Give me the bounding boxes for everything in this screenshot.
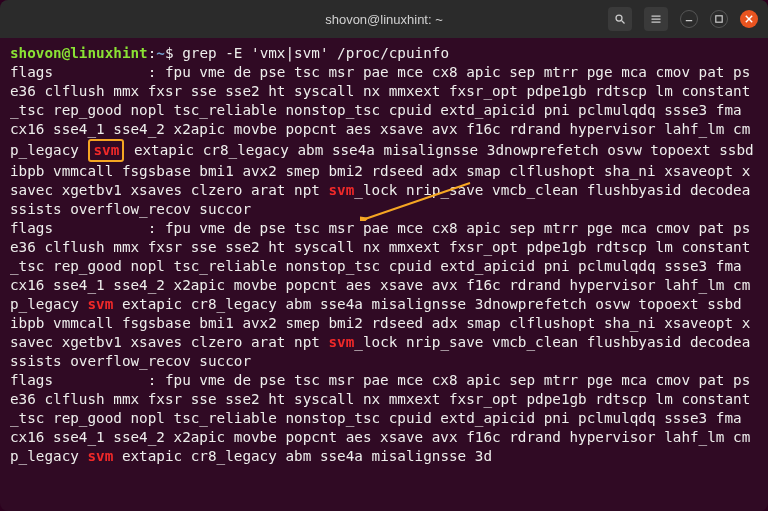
titlebar: shovon@linuxhint: ~: [0, 0, 768, 38]
output-block-1-prefix: flags :: [10, 64, 165, 80]
match-svm: svm: [87, 296, 113, 312]
minimize-button[interactable]: [680, 10, 698, 28]
svg-point-0: [616, 15, 622, 21]
prompt-user-host: shovon@linuxhint: [10, 45, 148, 61]
search-button[interactable]: [608, 7, 632, 31]
match-svm: svm: [328, 182, 354, 198]
terminal-body[interactable]: shovon@linuxhint:~$ grep -E 'vmx|svm' /p…: [0, 38, 768, 511]
match-svm: svm: [87, 448, 113, 464]
close-button[interactable]: [740, 10, 758, 28]
highlighted-svm: svm: [88, 139, 124, 162]
svg-rect-6: [716, 16, 722, 22]
maximize-button[interactable]: [710, 10, 728, 28]
window-title: shovon@linuxhint: ~: [170, 12, 598, 27]
match-svm: svm: [328, 334, 354, 350]
prompt-path: ~: [156, 45, 165, 61]
prompt-symbol: $: [165, 45, 182, 61]
menu-button[interactable]: [644, 7, 668, 31]
svg-line-1: [622, 21, 625, 24]
titlebar-controls: [598, 7, 758, 31]
output-block-2-prefix: flags :: [10, 220, 165, 236]
output-block-3-b: extapic cr8_legacy abm sse4a misalignsse…: [113, 448, 492, 464]
command-text: grep -E 'vmx|svm' /proc/cpuinfo: [182, 45, 449, 61]
terminal-window: shovon@linuxhint: ~ shovon@linuxhint:~$ …: [0, 0, 768, 511]
